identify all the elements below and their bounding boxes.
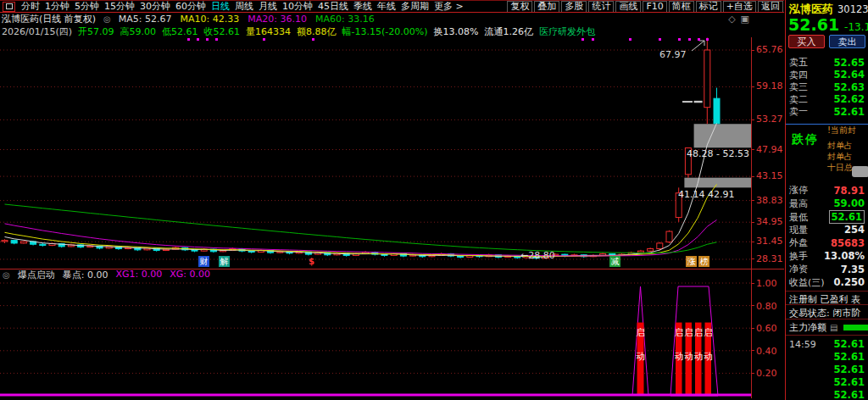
- stat-label: 外盘: [789, 236, 808, 249]
- event-marker-榜[interactable]: 榜: [698, 256, 709, 267]
- price-axis-label: 47.94: [756, 145, 783, 154]
- panel-note: 注册制 已盈利 表: [789, 293, 860, 306]
- signal-dot: [629, 38, 632, 41]
- stat-segment: 额8.88亿: [297, 25, 337, 36]
- menu-item-分时[interactable]: 分时: [21, 0, 40, 13]
- candle-body: [657, 243, 663, 249]
- signal-dot: [215, 38, 218, 41]
- signal-dot: [312, 38, 314, 41]
- stat-value: 13.08%: [824, 250, 865, 262]
- menu-item-周线[interactable]: 周线: [235, 0, 253, 13]
- ask-row-卖三[interactable]: 卖三52.63: [789, 81, 865, 93]
- stat-label: 换手: [789, 250, 808, 263]
- menu-item-月线[interactable]: 月线: [259, 0, 277, 13]
- event-marker-$[interactable]: $: [306, 256, 317, 267]
- menu-item-季线[interactable]: 季线: [353, 0, 372, 13]
- menu-item-1分钟[interactable]: 1分钟: [45, 0, 70, 13]
- menu-button-+自选[interactable]: +自选: [723, 1, 756, 13]
- window-icon[interactable]: [3, 2, 15, 12]
- event-marker-涨[interactable]: 涨: [686, 256, 697, 267]
- main-force-icon[interactable]: ▤: [830, 323, 837, 332]
- candle-body: [704, 50, 710, 108]
- stat-row-最高: 最高59.00: [789, 197, 865, 210]
- indicator-baseline: [0, 394, 751, 397]
- candle-body: [40, 244, 46, 245]
- ask-price: 52.62: [834, 93, 865, 105]
- last-price: 52.61: [788, 15, 839, 34]
- diamond-icon[interactable]: ◇: [728, 14, 735, 25]
- menu-button-简框[interactable]: 简框: [669, 1, 694, 13]
- ma-value: MA60: 33.16: [315, 14, 375, 25]
- ma-value: MA10: 42.33: [181, 14, 240, 25]
- menu-button-标记[interactable]: 标记: [696, 1, 721, 13]
- main-force-label: 主力净额: [789, 321, 826, 334]
- limit-note: 十日总: [827, 162, 853, 174]
- menu-button-返回[interactable]: 返回: [758, 1, 783, 13]
- tick-row: 14:5952.61: [789, 338, 865, 350]
- menu-item-10分钟[interactable]: 10分钟: [282, 0, 313, 13]
- menu-item-5分钟[interactable]: 5分钟: [75, 0, 99, 13]
- high-annotation: 67.97: [659, 49, 687, 60]
- stat-label: 最低: [789, 211, 808, 224]
- chevron-down-icon[interactable]: ◎: [103, 14, 111, 24]
- event-marker-解[interactable]: 解: [219, 256, 230, 267]
- menu-button-统计[interactable]: 统计: [588, 1, 614, 13]
- indicator-axis-label: 0.20: [756, 369, 783, 378]
- menu-button-画线[interactable]: 画线: [615, 1, 641, 13]
- signal-bar-label: 动: [694, 351, 704, 361]
- menu-item-60分钟[interactable]: 60分钟: [175, 0, 206, 13]
- menu-button-F10[interactable]: F10: [643, 1, 666, 13]
- mini-window-icon[interactable]: ▣: [741, 14, 749, 25]
- candle-body: [2, 241, 8, 242]
- daily-stats-row: 2026/01/15(四)开57.09高59.00低52.61收52.61量16…: [2, 25, 595, 36]
- menu-button-复权[interactable]: 复权: [507, 1, 532, 13]
- timeframe-menu: 分时1分钟5分钟15分钟30分钟60分钟日线周线月线10分钟45日线季线年线多周…: [19, 0, 466, 13]
- stat-segment: 2026/01/15(四): [2, 25, 72, 36]
- ask-row-卖五[interactable]: 卖五52.65: [789, 56, 865, 69]
- panel-scroll-pill[interactable]: [852, 166, 868, 177]
- menu-item-更多 >[interactable]: 更多 >: [434, 0, 464, 13]
- ma-line-5: [5, 123, 717, 257]
- menu-item-年线[interactable]: 年线: [377, 0, 396, 13]
- tdx-stock-app: 分时1分钟5分钟15分钟30分钟60分钟日线周线月线10分钟45日线季线年线多周…: [0, 0, 868, 400]
- menu-item-15分钟[interactable]: 15分钟: [104, 0, 135, 13]
- indicator-header: ◎ 爆点启动 暴点: 0.00XG1: 0.00XG: 0.00: [3, 269, 210, 280]
- panel-separator: [786, 291, 868, 292]
- event-marker-减[interactable]: 减: [609, 256, 620, 267]
- ask-label: 卖五: [789, 56, 808, 69]
- indicator-axis-label: 1.00: [756, 279, 783, 288]
- axis-tick: [751, 328, 754, 329]
- indicator-axis-label: 0.80: [756, 302, 783, 311]
- event-marker-财[interactable]: 财: [198, 256, 209, 267]
- main-candlestick-chart[interactable]: 48.28 - 52.5341.14 42.9167.97←28.80: [0, 37, 751, 269]
- ask-row-卖二[interactable]: 卖二52.62: [789, 93, 865, 106]
- indicator-chevron-icon[interactable]: ◎: [3, 270, 10, 280]
- signal-bar-label: 启: [636, 327, 645, 337]
- signal-dot: [592, 38, 594, 41]
- candle-body: [666, 231, 672, 242]
- indicator-chart[interactable]: 启动启动启动启动启动: [0, 280, 751, 398]
- menu-item-多周期[interactable]: 多周期: [401, 0, 429, 13]
- stat-value: 0.250: [834, 276, 865, 288]
- signal-dot: [581, 38, 584, 41]
- menu-button-叠加[interactable]: 叠加: [534, 1, 559, 13]
- ask-row-卖一[interactable]: 卖一52.61: [789, 105, 865, 118]
- ask-row-卖四[interactable]: 卖四52.64: [789, 69, 865, 81]
- buy-button[interactable]: 买入: [788, 35, 825, 48]
- stat-value: 7.35: [841, 264, 865, 275]
- ask-label: 卖四: [789, 69, 808, 81]
- sell-button[interactable]: 卖出: [829, 35, 865, 48]
- tick-row: 52.61: [789, 351, 865, 363]
- stat-segment: 量164334: [246, 25, 291, 36]
- menu-item-日线[interactable]: 日线: [211, 0, 230, 13]
- stat-segment: 收52.61: [203, 25, 240, 36]
- gap-label: 48.28 - 52.53: [687, 148, 749, 159]
- ask-label: 卖一: [789, 105, 808, 118]
- menu-item-45日线[interactable]: 45日线: [318, 0, 348, 13]
- signal-dot: [197, 38, 199, 41]
- stat-segment: 医疗研发外包: [539, 25, 595, 36]
- menu-button-多股[interactable]: 多股: [561, 1, 587, 13]
- menu-item-30分钟[interactable]: 30分钟: [140, 0, 170, 13]
- tick-price: 52.61: [834, 338, 865, 350]
- tick-price: 52.61: [834, 389, 865, 400]
